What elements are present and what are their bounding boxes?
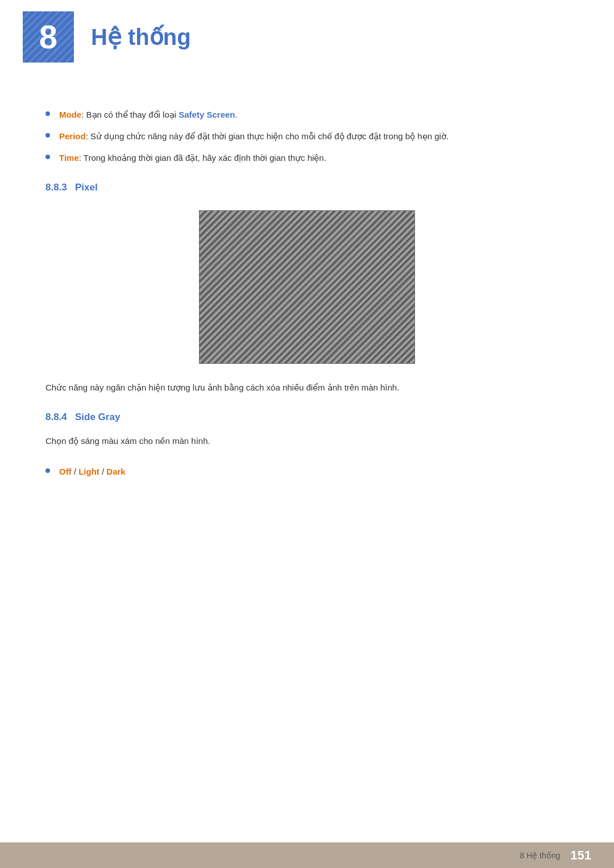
footer-page-number: 151 (570, 848, 591, 863)
page-container: 8 Hệ thống Mode: Bạn có thể thay đổi loạ… (0, 0, 614, 868)
time-key: Time (59, 153, 79, 163)
list-item-options: Off / Light / Dark (45, 465, 569, 479)
side-gray-options-text: Off / Light / Dark (59, 465, 569, 479)
safety-screen-highlight: Safety Screen (179, 110, 235, 119)
bullet-text-period: Period: Sử dụng chức năng này để đặt thờ… (59, 130, 569, 143)
mode-key: Mode (59, 110, 81, 119)
bullet-text-time: Time: Trong khoảng thời gian đã đặt, hãy… (59, 151, 569, 165)
option-off: Off (59, 467, 72, 476)
section-884-number: 8.8.4 (45, 412, 67, 422)
bullet-dot-options (45, 468, 50, 473)
list-item-period: Period: Sử dụng chức năng này để đặt thờ… (45, 130, 569, 143)
period-text: Sử dụng chức năng này để đặt thời gian t… (90, 131, 449, 141)
footer-chapter-ref: 8 Hệ thống (520, 851, 560, 860)
bullet-list: Mode: Bạn có thể thay đổi loại Safety Sc… (45, 108, 569, 165)
option-dark: Dark (106, 467, 125, 476)
content-area: Mode: Bạn có thể thay đổi loại Safety Sc… (0, 91, 614, 541)
chapter-number-box: 8 (23, 11, 74, 63)
mode-text: Bạn có thể thay đổi loại (86, 110, 179, 119)
chapter-header: 8 Hệ thống (0, 0, 614, 74)
period-separator: : (86, 131, 90, 141)
time-separator: : (79, 153, 84, 163)
list-item-time: Time: Trong khoảng thời gian đã đặt, hãy… (45, 151, 569, 165)
mode-separator: : (81, 110, 86, 119)
pixel-description: Chức năng này ngăn chặn hiện tượng lưu ả… (45, 381, 569, 394)
pixel-image-container (45, 210, 569, 364)
section-884-heading: 8.8.4 Side Gray (45, 412, 569, 423)
footer-right: 8 Hệ thống 151 (520, 848, 591, 863)
page-footer: 8 Hệ thống 151 (0, 842, 614, 868)
pixel-image (199, 210, 415, 364)
list-item-mode: Mode: Bạn có thể thay đổi loại Safety Sc… (45, 108, 569, 122)
side-gray-description: Chọn độ sáng màu xám cho nền màn hình. (45, 434, 569, 448)
time-text: Trong khoảng thời gian đã đặt, hãy xác đ… (84, 153, 326, 163)
side-gray-options-list: Off / Light / Dark (45, 465, 569, 479)
section-883-title: Pixel (75, 182, 98, 193)
option-sep1: / (72, 467, 79, 476)
option-sep2: / (99, 467, 107, 476)
section-884-title: Side Gray (75, 412, 120, 422)
period-key: Period (59, 131, 86, 141)
bullet-dot-3 (45, 155, 50, 159)
bullet-dot-1 (45, 111, 50, 116)
mode-period: . (235, 110, 238, 119)
option-light: Light (78, 467, 99, 476)
bullet-dot-2 (45, 133, 50, 138)
chapter-title: Hệ thống (91, 24, 191, 50)
chapter-number: 8 (39, 20, 57, 53)
section-883-number: 8.8.3 (45, 182, 67, 193)
bullet-text-mode: Mode: Bạn có thể thay đổi loại Safety Sc… (59, 108, 569, 122)
section-883-heading: 8.8.3 Pixel (45, 182, 569, 193)
